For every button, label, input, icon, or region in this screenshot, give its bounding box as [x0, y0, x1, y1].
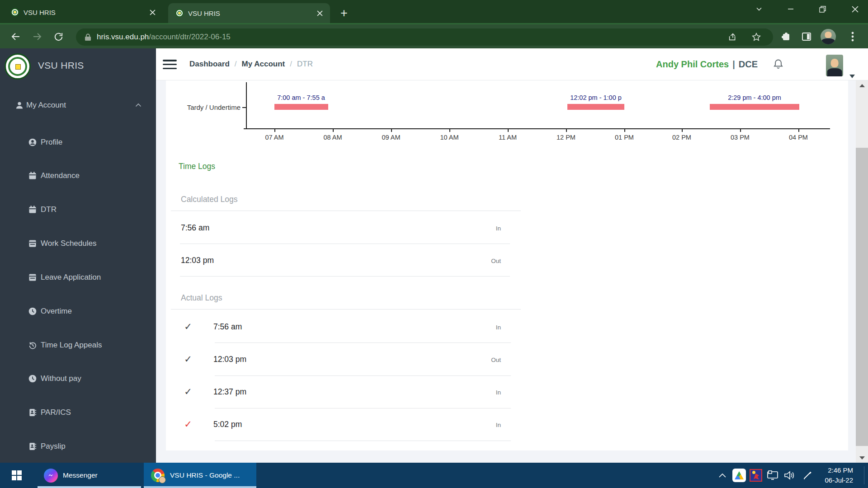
scroll-down-icon[interactable]	[856, 454, 868, 462]
sidebar-item-payslip[interactable]: Payslip	[0, 438, 156, 455]
hamburger-menu-icon[interactable]	[163, 60, 177, 69]
browser-toolbar: hris.vsu.edu.ph/account/dtr/2022-06-15	[0, 23, 868, 48]
taskbar-app-label: VSU HRIS - Google ...	[170, 471, 240, 479]
sidebar-item-label: Overtime	[41, 307, 72, 316]
scroll-up-icon[interactable]	[856, 81, 868, 89]
x-tick	[274, 128, 275, 132]
x-tick	[449, 128, 450, 132]
chart-bar-label: 7:00 am - 7:55 a	[247, 94, 355, 101]
chrome-profile-face	[159, 476, 166, 483]
notifications-bell-icon[interactable]	[772, 58, 784, 70]
x-tick-label: 01 PM	[610, 134, 639, 141]
taskbar-clock[interactable]: 2:46 PM 06-Jul-22	[825, 463, 853, 488]
show-desktop-divider[interactable]	[864, 466, 864, 484]
sidebar-group-my-account[interactable]: My Account	[0, 97, 156, 113]
sidebar-item-without-pay[interactable]: Without pay	[0, 371, 156, 387]
person-icon	[15, 101, 24, 110]
taskbar-open-indicator	[144, 486, 256, 488]
tab-title: VSU HRIS	[24, 9, 146, 16]
divider	[215, 375, 511, 376]
breadcrumb-dtr: DTR	[297, 60, 313, 69]
screen: VSU HRIS VSU HRIS +	[0, 0, 868, 488]
tab-search-chevron-icon[interactable]	[746, 0, 772, 18]
browser-profile-avatar[interactable]	[819, 28, 837, 46]
tray-volume-icon[interactable]	[781, 463, 797, 488]
tray-display-icon[interactable]	[765, 463, 780, 488]
log-type: Out	[438, 258, 501, 264]
person-circle-icon	[28, 138, 37, 147]
sidebar-item-work-schedules[interactable]: Work Schedules	[0, 235, 156, 252]
extensions-puzzle-icon[interactable]	[777, 28, 795, 46]
sidebar-item-label: Without pay	[41, 374, 81, 383]
x-tick	[798, 128, 799, 132]
chart-bar-morning[interactable]	[274, 104, 328, 110]
taskbar-app-messenger[interactable]: Messenger	[38, 463, 141, 488]
calculated-logs-heading: Calculated Logs	[181, 195, 238, 204]
user-divider: |	[732, 59, 735, 70]
calendar-icon	[28, 171, 37, 180]
avatar-caret-down-icon[interactable]	[849, 75, 855, 78]
back-icon[interactable]	[7, 28, 25, 46]
id-card-icon	[28, 408, 37, 417]
scrollbar-thumb[interactable]	[856, 148, 868, 446]
x-tick-label: 09 AM	[377, 134, 406, 141]
window-close-button[interactable]	[842, 0, 868, 18]
share-icon[interactable]	[728, 32, 738, 42]
sidebar-item-profile[interactable]: Profile	[0, 134, 156, 150]
sidebar-item-par-ics[interactable]: PAR/ICS	[0, 404, 156, 421]
sidebar-item-dtr[interactable]: DTR	[0, 202, 156, 218]
browser-tab-2-active[interactable]: VSU HRIS	[168, 3, 330, 23]
lock-icon	[85, 33, 91, 41]
divider	[180, 276, 510, 277]
browser-menu-dots-icon[interactable]	[844, 28, 862, 46]
tab-close-icon[interactable]	[146, 6, 158, 18]
tab-title: VSU HRIS	[188, 9, 314, 17]
sidebar: VSU HRIS My Account Profile Attendance	[0, 48, 156, 463]
check-icon: ✓	[182, 386, 194, 397]
taskbar-open-indicator	[38, 486, 141, 488]
start-button[interactable]	[5, 463, 28, 488]
side-panel-icon[interactable]	[797, 28, 816, 46]
reload-icon[interactable]	[49, 28, 67, 46]
log-time: 12:03 pm	[213, 355, 246, 364]
chart-bar-afternoon[interactable]	[710, 104, 799, 110]
header-avatar[interactable]	[826, 55, 843, 76]
new-tab-button[interactable]: +	[336, 5, 352, 21]
plus-icon: +	[340, 7, 348, 19]
sidebar-item-time-log-appeals[interactable]: Time Log Appeals	[0, 337, 156, 353]
breadcrumb-separator: /	[290, 60, 292, 69]
window-restore-button[interactable]	[809, 0, 835, 18]
sidebar-item-leave-application[interactable]: Leave Application	[0, 269, 156, 286]
window-minimize-button[interactable]	[778, 0, 804, 18]
check-icon: ✓	[182, 354, 194, 365]
calendar-week-icon	[28, 239, 37, 248]
page-scrollbar[interactable]	[856, 80, 868, 463]
taskbar-app-chrome-active[interactable]: VSU HRIS - Google ...	[144, 463, 256, 488]
log-type: In	[438, 389, 501, 396]
bookmark-star-icon[interactable]	[751, 32, 761, 42]
browser-tab-1[interactable]: VSU HRIS	[5, 3, 163, 21]
tray-pen-icon[interactable]	[799, 463, 816, 488]
user-name[interactable]: Andy Phil Cortes	[656, 59, 729, 70]
url-bar[interactable]: hris.vsu.edu.ph/account/dtr/2022-06-15	[76, 28, 773, 46]
sidebar-item-attendance[interactable]: Attendance	[0, 168, 156, 184]
chrome-icon	[151, 469, 165, 482]
x-axis-line	[244, 128, 830, 129]
chart-bar-noon[interactable]	[567, 104, 624, 110]
breadcrumb-dashboard[interactable]: Dashboard	[189, 60, 230, 69]
url-domain: hris.vsu.edu.ph	[97, 33, 149, 42]
tray-google-drive-icon[interactable]	[731, 463, 747, 488]
tray-app-icon[interactable]	[748, 463, 764, 488]
breadcrumb-my-account[interactable]: My Account	[242, 60, 285, 69]
check-icon: ✓	[182, 321, 194, 332]
history-icon	[28, 341, 37, 350]
log-type: In	[438, 324, 501, 331]
x-tick-label: 03 PM	[726, 134, 755, 141]
sidebar-item-label: Attendance	[41, 171, 80, 180]
log-time: 7:56 am	[213, 322, 242, 332]
url-path: /account/dtr/2022-06-15	[149, 33, 231, 42]
tab-close-icon[interactable]	[314, 7, 326, 19]
tray-chevron-up-icon[interactable]	[716, 463, 729, 488]
forward-icon[interactable]	[28, 28, 46, 46]
sidebar-item-overtime[interactable]: Overtime	[0, 303, 156, 319]
